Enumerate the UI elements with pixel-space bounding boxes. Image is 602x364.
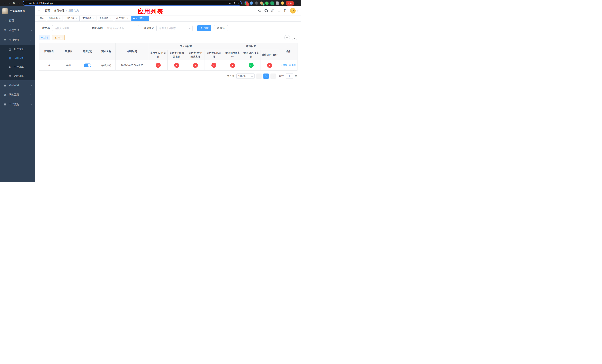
tag-label: 应用信息 bbox=[136, 17, 144, 20]
delete-link[interactable]: 删除 bbox=[289, 64, 296, 67]
add-button-label: 新增 bbox=[43, 36, 48, 39]
main-content: 应用名 商户名称 开启状态 搜索 重置 bbox=[35, 21, 301, 182]
refresh-table-icon[interactable] bbox=[292, 35, 297, 40]
col-header-alipay-app: 支付宝 APP 支付 bbox=[149, 50, 168, 60]
cell-alipay-qr: × bbox=[205, 60, 223, 71]
search-icon[interactable] bbox=[258, 9, 261, 12]
sidebar-item-workflow[interactable]: ⊞ 工作流程 bbox=[0, 100, 35, 109]
plus-icon: + bbox=[41, 36, 43, 39]
app-name-input[interactable] bbox=[52, 25, 87, 31]
sidebar-item-merchant-info[interactable]: ▤ 商户信息 bbox=[0, 45, 35, 54]
browser-avatar-icon[interactable] bbox=[281, 1, 284, 5]
sidebar-item-label: 系统管理 bbox=[9, 29, 19, 32]
avatar-caret-icon[interactable]: ▾ bbox=[297, 10, 298, 12]
close-icon[interactable]: × bbox=[126, 17, 129, 20]
reload-icon[interactable]: ↻ bbox=[11, 1, 16, 6]
page-size-select[interactable]: 10条/页 bbox=[236, 74, 255, 79]
sidebar-item-system[interactable]: ⚙ 系统管理 bbox=[0, 26, 35, 35]
edit-link[interactable]: 修改 bbox=[280, 64, 287, 67]
status-switch[interactable] bbox=[84, 64, 91, 67]
puzzle-extensions-icon[interactable] bbox=[276, 1, 279, 5]
workflow-icon: ⊞ bbox=[3, 103, 7, 106]
close-icon[interactable]: × bbox=[75, 17, 78, 20]
extension-green-circle-icon[interactable] bbox=[265, 1, 269, 5]
github-icon[interactable] bbox=[265, 9, 268, 12]
status-circle-icon: × bbox=[156, 63, 161, 68]
breadcrumb-current: 应用信息 bbox=[68, 9, 79, 12]
cell-app-id: 6 bbox=[39, 60, 59, 71]
tag-process-form[interactable]: 流程表单 × bbox=[47, 16, 63, 21]
bookmark-star-icon[interactable]: ☆ bbox=[237, 2, 239, 5]
next-page-button[interactable]: › bbox=[270, 74, 276, 79]
status-select[interactable] bbox=[156, 25, 193, 31]
sidebar-item-payment[interactable]: ¥ 支付管理 bbox=[0, 35, 35, 45]
close-icon[interactable]: × bbox=[92, 17, 95, 20]
goto-page-input[interactable] bbox=[286, 74, 293, 79]
close-icon[interactable]: × bbox=[145, 17, 148, 20]
password-key-icon[interactable] bbox=[229, 2, 232, 4]
cell-status bbox=[78, 60, 97, 71]
close-icon[interactable]: × bbox=[59, 17, 61, 20]
chevron-down-icon bbox=[31, 94, 32, 95]
extension-drop-icon[interactable] bbox=[250, 1, 253, 5]
extension-dark-icon[interactable] bbox=[255, 1, 258, 5]
breadcrumb-separator: / bbox=[52, 9, 52, 12]
tag-app-info[interactable]: 应用信息 × bbox=[131, 16, 149, 21]
extension-green-square-icon[interactable] bbox=[270, 1, 274, 5]
browser-menu-icon[interactable]: ⋮ bbox=[296, 1, 299, 5]
sidebar-item-label: 商户信息 bbox=[14, 48, 24, 51]
col-header-alipay-pc: 支付宝 PC 网站支付 bbox=[168, 50, 186, 60]
page-1-button[interactable]: 1 bbox=[263, 74, 269, 79]
forward-icon[interactable]: → bbox=[7, 1, 11, 6]
home-icon[interactable]: ⌂ bbox=[16, 1, 21, 6]
prev-page-button[interactable]: ‹ bbox=[256, 74, 262, 79]
chevron-down-icon bbox=[31, 103, 32, 105]
chevron-down-icon bbox=[251, 75, 253, 77]
col-header-alipay-wap: 支付宝 WAP 网站支付 bbox=[186, 50, 205, 60]
collapse-sidebar-icon[interactable] bbox=[38, 10, 42, 12]
browser-chrome: ← → ↻ ⌂ i localhost:1024/pay/app ☆ 10 1 … bbox=[0, 0, 301, 6]
close-icon[interactable]: × bbox=[109, 17, 112, 20]
merchant-name-label: 商户名称 bbox=[92, 26, 103, 30]
search-button[interactable]: 搜索 bbox=[197, 25, 211, 31]
update-button[interactable]: 更新 bbox=[286, 1, 294, 6]
breadcrumb-home[interactable]: 首页 bbox=[45, 9, 50, 12]
status-circle-icon: × bbox=[174, 63, 179, 68]
profile-extension-icon[interactable]: 1 bbox=[260, 1, 263, 5]
user-avatar[interactable] bbox=[290, 8, 296, 13]
tag-label: 首页 bbox=[40, 17, 44, 20]
reset-button[interactable]: 重置 bbox=[214, 25, 228, 31]
breadcrumb-payment[interactable]: 支付管理 bbox=[54, 9, 64, 12]
sidebar-item-pay-order[interactable]: ◉ 支付订单 bbox=[0, 63, 35, 72]
merchant-name-input[interactable] bbox=[105, 25, 139, 31]
col-group-alipay: 支付宝配置 bbox=[149, 43, 223, 50]
tag-label: 用户分组 bbox=[66, 17, 75, 20]
tag-merchant-info[interactable]: 商户信息 × bbox=[115, 16, 130, 21]
help-icon[interactable]: ? bbox=[271, 9, 274, 12]
tag-pay-order[interactable]: 支付订单 × bbox=[81, 16, 97, 21]
app-window: 应用列表 芋道管理系统 ◔ 首页 ⚙ 系统管理 ¥ 支付管理 bbox=[0, 6, 301, 182]
sidebar-logo[interactable]: 芋道管理系统 bbox=[0, 6, 35, 16]
extension-grid-icon[interactable]: 10 bbox=[245, 1, 248, 5]
add-button[interactable]: + 新增 bbox=[39, 35, 50, 40]
chevron-down-icon bbox=[31, 84, 32, 86]
sidebar-item-label: 支付管理 bbox=[9, 38, 19, 42]
back-icon[interactable]: ← bbox=[2, 1, 7, 6]
share-icon[interactable] bbox=[233, 2, 236, 4]
fullscreen-icon[interactable] bbox=[278, 9, 280, 12]
gear-icon: ⚙ bbox=[3, 29, 7, 32]
sidebar-item-refund-order[interactable]: ▧ 退款订单 bbox=[0, 72, 35, 80]
toggle-search-icon[interactable] bbox=[284, 35, 290, 40]
export-button[interactable]: 导出 bbox=[52, 35, 64, 40]
sidebar-item-home[interactable]: ◔ 首页 bbox=[0, 16, 35, 26]
site-info-icon[interactable]: i bbox=[25, 2, 27, 4]
sidebar-item-devtools[interactable]: ⚒ 研发工具 bbox=[0, 90, 35, 100]
sidebar-item-infra[interactable]: ▣ 基础设施 bbox=[0, 80, 35, 90]
tag-refund-order[interactable]: 退款订单 × bbox=[98, 16, 113, 21]
tag-user-group[interactable]: 用户分组 × bbox=[64, 16, 80, 21]
tools-icon: ⚒ bbox=[3, 93, 7, 96]
tag-home[interactable]: 首页 bbox=[38, 16, 46, 21]
sidebar-item-app-info[interactable]: ▦ 应用信息 bbox=[0, 54, 35, 63]
url-bar[interactable]: i localhost:1024/pay/app ☆ bbox=[22, 1, 242, 6]
font-size-icon[interactable]: TT bbox=[284, 9, 287, 12]
